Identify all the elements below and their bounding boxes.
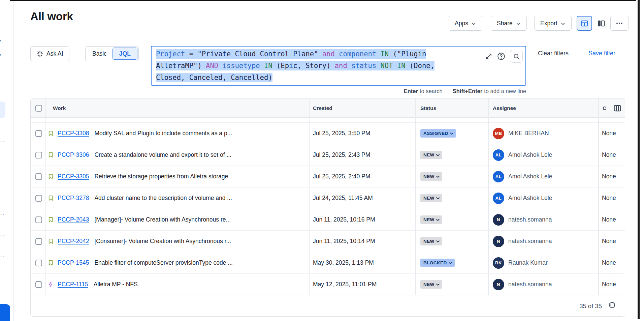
apps-button[interactable]: Apps <box>449 16 482 31</box>
partial-row <box>31 118 625 123</box>
table-row[interactable]: PCCP-1545 Enable filter of computeServer… <box>31 252 625 274</box>
avatar: AL <box>493 193 504 204</box>
split-panels-icon <box>597 19 606 28</box>
assignee-name: Amol Ashok Lele <box>508 173 552 180</box>
clear-filters-button[interactable]: Clear filters <box>538 50 569 57</box>
chevron-down-icon <box>471 21 476 26</box>
assignee-name: Amol Ashok Lele <box>508 195 552 202</box>
table-row[interactable]: PCCP-3278 Add cluster name to the descri… <box>31 187 625 209</box>
detail-view-toggle[interactable] <box>593 16 609 31</box>
search-hint: Enterto searchShift+Enterto add a new li… <box>324 88 526 94</box>
status-badge[interactable]: NEW <box>420 215 442 224</box>
issue-summary: [Consumer]- Volume Creation with Asynchr… <box>94 238 231 245</box>
last-value: None <box>602 144 616 166</box>
configure-columns-button[interactable] <box>613 104 622 114</box>
row-checkbox[interactable] <box>35 260 42 266</box>
export-button[interactable]: Export <box>534 16 572 31</box>
status-label: NEW <box>423 282 434 287</box>
status-badge[interactable]: NEW <box>420 194 442 202</box>
chevron-right-icon[interactable]: › <box>0 51 1 58</box>
diagonal-expand-icon <box>485 53 492 60</box>
jql-token: AND <box>206 62 222 70</box>
column-divider <box>598 98 599 295</box>
issue-key-link[interactable]: PCCP-2042 <box>58 238 89 245</box>
save-filter-button[interactable]: Save filter <box>588 50 615 57</box>
created-value: Jun 11, 2025, 10:16 PM <box>313 209 375 230</box>
issue-key-link[interactable]: PCCP-3278 <box>58 195 89 202</box>
column-header-truncated[interactable]: C <box>603 98 610 118</box>
story-icon <box>47 260 54 266</box>
status-badge[interactable]: NEW <box>420 280 442 289</box>
ellipsis-icon <box>615 19 623 27</box>
issue-key-link[interactable]: PCCP-1545 <box>58 259 89 266</box>
search-icon <box>513 53 520 60</box>
epic-icon <box>47 281 54 288</box>
issue-key-link[interactable]: PCCP-3308 <box>58 130 89 137</box>
jql-token: component <box>339 50 376 58</box>
avatar: MB <box>493 128 504 139</box>
chevron-down-icon <box>449 131 454 136</box>
row-checkbox[interactable] <box>35 173 42 180</box>
refresh-icon <box>608 302 616 310</box>
table-row[interactable]: PCCP-3308 Modify SAL and Plugin to inclu… <box>31 123 625 144</box>
chevron-down-icon <box>436 153 440 157</box>
table-row[interactable]: PCCP-2042 [Consumer]- Volume Creation wi… <box>31 231 625 252</box>
column-header-work[interactable]: Work <box>53 98 66 118</box>
jql-token: (Epic, Story) <box>277 62 330 70</box>
column-header-assignee[interactable]: Assignee <box>493 98 516 118</box>
ask-ai-button[interactable]: Ask AI <box>30 46 69 61</box>
row-checkbox[interactable] <box>35 130 42 137</box>
column-header-created[interactable]: Created <box>313 98 332 118</box>
status-badge[interactable]: NEW <box>420 172 442 181</box>
jql-token: Closed, Canceled, Cancelled) <box>156 74 272 82</box>
created-value: Jul 25, 2025, 3:50 PM <box>313 123 370 144</box>
table-row[interactable]: PCCP-3305 Retrieve the storage propertie… <box>31 166 625 187</box>
syntax-help-button[interactable] <box>497 52 506 61</box>
column-divider <box>45 98 46 295</box>
chevron-down-icon <box>436 174 440 179</box>
assignee-name: Amol Ashok Lele <box>508 151 552 158</box>
row-checkbox[interactable] <box>35 238 42 245</box>
share-button[interactable]: Share <box>491 16 527 31</box>
chevron-down-icon <box>436 282 440 287</box>
more-actions-button[interactable] <box>610 16 629 31</box>
app-window: › › ⋯ · ⋯ ⋯ ⋯ All work Apps Share Export… <box>0 0 644 321</box>
expand-editor-button[interactable] <box>485 53 492 60</box>
status-badge[interactable]: BLOCKED <box>420 259 455 267</box>
assignee-name: MIKE BERHAN <box>508 130 549 137</box>
jql-token: IN <box>376 50 393 58</box>
run-search-button[interactable] <box>510 50 523 63</box>
column-divider <box>415 98 416 295</box>
sparkle-burst-icon <box>36 50 43 57</box>
list-view-toggle[interactable] <box>577 16 592 31</box>
issue-key-link[interactable]: PCCP-3305 <box>58 173 89 180</box>
jql-token: and <box>330 62 351 70</box>
status-badge[interactable]: NEW <box>420 237 442 245</box>
chevron-down-icon <box>436 196 440 201</box>
status-badge[interactable]: NEW <box>420 151 442 159</box>
jql-mode-button[interactable]: JQL <box>112 48 137 60</box>
row-checkbox[interactable] <box>35 216 42 223</box>
table-row[interactable]: PCCP-3306 Create a standalone volume and… <box>31 144 625 166</box>
chevron-right-icon[interactable]: › <box>0 37 1 43</box>
basic-mode-button[interactable]: Basic <box>87 50 112 57</box>
table-row[interactable]: PCCP-1115 Alletra MP - NFS May 12, 2025,… <box>31 274 625 295</box>
floating-action-button[interactable] <box>0 304 10 321</box>
row-checkbox[interactable] <box>35 281 42 288</box>
status-badge[interactable]: ASSIGNED <box>420 129 456 138</box>
last-value: None <box>602 166 616 187</box>
issue-key-link[interactable]: PCCP-3306 <box>58 151 89 158</box>
row-checkbox[interactable] <box>35 152 42 158</box>
issue-key-link[interactable]: PCCP-1115 <box>58 281 88 288</box>
jql-input[interactable]: Project = "Private Cloud Control Plane" … <box>151 46 526 86</box>
column-header-status[interactable]: Status <box>420 98 436 118</box>
select-all-checkbox[interactable] <box>35 105 42 112</box>
avatar: N <box>493 236 504 247</box>
sidebar-active-item[interactable] <box>0 101 5 118</box>
last-value: None <box>602 252 616 273</box>
created-value: Jul 24, 2025, 11:45 AM <box>313 187 373 209</box>
issue-key-link[interactable]: PCCP-2043 <box>58 216 89 223</box>
refresh-button[interactable] <box>608 302 616 310</box>
row-checkbox[interactable] <box>35 195 42 202</box>
table-row[interactable]: PCCP-2043 [Manager]- Volume Creation wit… <box>31 209 625 231</box>
